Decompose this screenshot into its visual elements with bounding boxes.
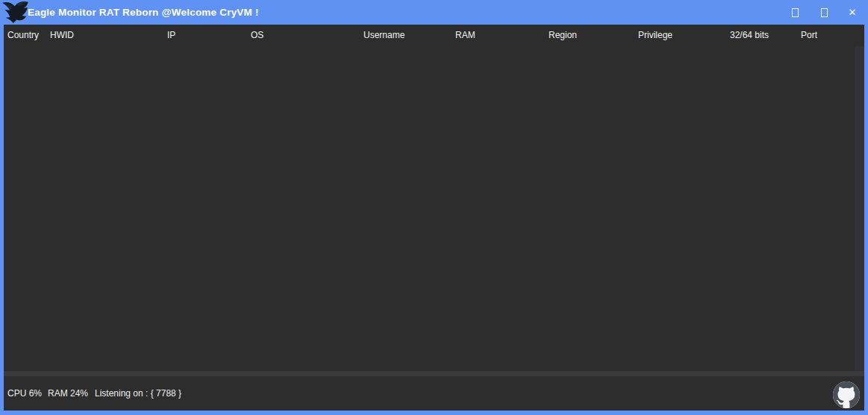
cpu-usage-label: CPU 6% bbox=[7, 376, 42, 411]
client-table-header: Country HWID IP OS Username RAM Region P… bbox=[4, 25, 864, 46]
listening-port-label: Listening on : { 7788 } bbox=[95, 376, 181, 411]
client-list bbox=[4, 46, 864, 371]
column-header-port[interactable]: Port bbox=[801, 25, 817, 46]
column-header-country[interactable]: Country bbox=[7, 25, 39, 46]
horizontal-scrollbar[interactable] bbox=[4, 371, 864, 376]
window-title: Eagle Monitor RAT Reborn @Welcome CryVM … bbox=[28, 0, 259, 25]
vertical-scrollbar[interactable] bbox=[855, 46, 864, 371]
minimize-glyph-box bbox=[792, 8, 799, 17]
column-header-ram[interactable]: RAM bbox=[455, 25, 475, 46]
column-header-ip[interactable]: IP bbox=[167, 25, 175, 46]
minimize-button[interactable] bbox=[786, 0, 804, 25]
maximize-glyph-box bbox=[821, 8, 828, 17]
column-header-username[interactable]: Username bbox=[363, 25, 405, 46]
main-content: Country HWID IP OS Username RAM Region P… bbox=[4, 25, 864, 411]
column-header-os[interactable]: OS bbox=[251, 25, 263, 46]
column-header-region[interactable]: Region bbox=[549, 25, 577, 46]
column-header-privilege[interactable]: Privilege bbox=[638, 25, 672, 46]
ram-usage-label: RAM 24% bbox=[48, 376, 88, 411]
titlebar: Eagle Monitor RAT Reborn @Welcome CryVM … bbox=[0, 0, 868, 25]
maximize-button[interactable] bbox=[815, 0, 833, 25]
github-icon[interactable] bbox=[833, 381, 860, 408]
eagle-logo-icon bbox=[1, 1, 29, 24]
close-icon: ✕ bbox=[849, 7, 857, 17]
close-button[interactable]: ✕ bbox=[843, 0, 861, 25]
column-header-bits[interactable]: 32/64 bits bbox=[730, 25, 769, 46]
statusbar: CPU 6% RAM 24% Listening on : { 7788 } bbox=[4, 376, 864, 411]
app-window: Eagle Monitor RAT Reborn @Welcome CryVM … bbox=[0, 0, 868, 415]
column-header-hwid[interactable]: HWID bbox=[50, 25, 74, 46]
